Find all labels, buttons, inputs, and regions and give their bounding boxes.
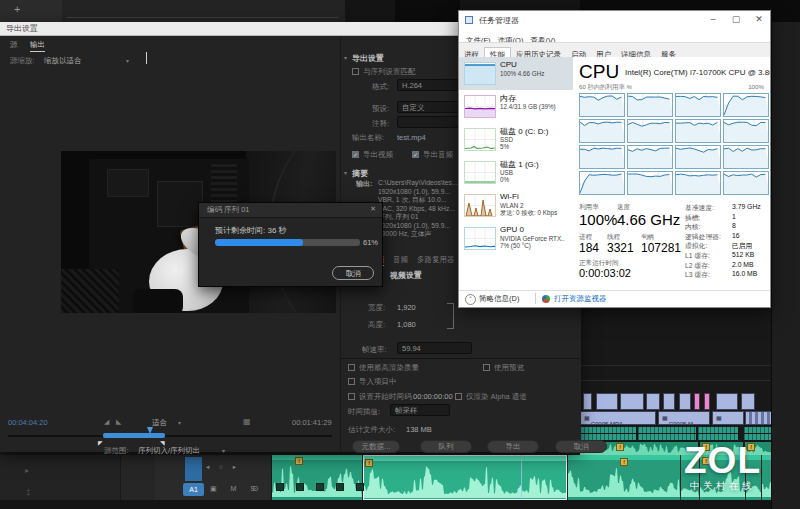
close-button[interactable]: ✕ (748, 11, 770, 27)
spec-label: 插槽: (685, 213, 700, 223)
video-clip[interactable] (741, 393, 755, 410)
start-timecode-checkbox[interactable] (348, 393, 355, 400)
open-resource-monitor-link[interactable]: 打开资源监视器 (554, 294, 607, 304)
output-name-link[interactable]: test.mp4 (397, 133, 426, 142)
out-point-icon[interactable]: ◣ (116, 418, 121, 426)
audio-clip-selected[interactable] (363, 455, 567, 500)
scrubber-track[interactable] (8, 435, 332, 437)
scrubber-work-area[interactable] (103, 433, 165, 438)
video-clip[interactable] (583, 393, 592, 410)
height-label: 高度: (368, 320, 385, 330)
use-previews-checkbox[interactable] (483, 364, 490, 371)
tm-sidebar-磁盘-0-(C:-D:)[interactable]: 磁盘 0 (C: D:)SSD5% (459, 123, 573, 156)
cancel-export-button[interactable]: 取消 (555, 440, 607, 453)
tm-titlebar[interactable]: 任务管理器 –▢✕ (459, 11, 770, 29)
match-sequence-checkbox[interactable] (352, 68, 359, 75)
video-clip[interactable] (704, 393, 710, 410)
progress-dialog-titlebar[interactable]: 编码 序列 01 (199, 203, 382, 218)
source-scaling-select[interactable]: 缩放以适合 (44, 56, 82, 66)
video-clip[interactable] (694, 393, 700, 410)
audio-sub-clip[interactable] (580, 427, 636, 433)
chevron-down-icon[interactable]: ▾ (344, 54, 347, 61)
export-tab-多路复用器[interactable]: 多路复用器 (417, 255, 455, 264)
tm-sidebar: CPU100% 4.66 GHz内存12.4/31.9 GB (39%)磁盘 0… (459, 57, 573, 291)
tm-sidebar-GPU-0[interactable]: GPU 0NVIDIA GeForce RTX..7% (50 °C) (459, 222, 573, 255)
video-clip[interactable] (679, 393, 691, 410)
interpolation-select[interactable]: 帧采样 (390, 404, 450, 416)
minimize-button[interactable]: – (702, 11, 724, 27)
import-project-checkbox[interactable] (348, 378, 355, 385)
fx-badge: f (295, 457, 303, 465)
in-point-icon[interactable]: ◢ (104, 418, 109, 426)
preview-timecode-current[interactable]: 00:04:04:20 (8, 418, 48, 427)
video-clip[interactable] (596, 393, 618, 410)
export-tab-音频[interactable]: 音频 (393, 255, 408, 264)
queue-button[interactable]: 队列 (420, 440, 472, 453)
tab-output[interactable]: 输出 (30, 40, 45, 52)
output-name-label: 输出名称: (352, 133, 384, 143)
metadata-button[interactable]: 元数据... (352, 440, 400, 453)
fewer-details-button[interactable]: 简略信息(D) (479, 294, 519, 304)
gpu-mini-graph (464, 227, 494, 248)
maximize-button[interactable]: ▢ (725, 11, 747, 27)
export-audio-label: 导出音频 (423, 150, 453, 160)
sidebar-item-detail: WLAN 2 (500, 202, 523, 209)
tab-source[interactable]: 源 (10, 40, 18, 50)
chevron-down-icon: ▾ (178, 419, 181, 426)
width-value[interactable]: 1,920 (397, 303, 416, 312)
max-quality-checkbox[interactable] (348, 364, 355, 371)
export-video-checkbox[interactable]: ✓ (352, 151, 359, 158)
chevron-down-icon[interactable]: ▾ (344, 169, 347, 176)
panel-block (62, 0, 345, 22)
audio-sub-clip[interactable] (744, 427, 772, 433)
clip-marker-badge (316, 483, 324, 491)
video-clip[interactable] (663, 393, 675, 410)
audio-clip-header (364, 456, 566, 461)
video-clip[interactable] (646, 393, 660, 410)
tm-sidebar-CPU[interactable]: CPU100% 4.66 GHz (459, 57, 573, 90)
audio-sub-clip[interactable] (638, 427, 696, 433)
link-dimensions-bracket[interactable] (447, 303, 454, 329)
speed-value: 4.66 GHz (617, 211, 680, 228)
audio-sub-clip[interactable] (698, 427, 738, 433)
start-timecode-value[interactable]: 00:00:00:00 (413, 392, 453, 401)
summary-output-line: C:\Users\Ray\Videos\tes... (378, 179, 458, 188)
preset-label: 预设: (372, 104, 389, 114)
sidebar-item-detail: USB (500, 169, 513, 176)
max-quality-label: 使用最高渲染质量 (359, 363, 419, 373)
core-graph-6 (675, 119, 721, 143)
mem-mini-graph (464, 95, 494, 116)
spec-value: 3.79 GHz (732, 203, 761, 210)
zol-watermark: ZOL 中关村在线 (684, 444, 761, 493)
use-previews-label: 使用预览 (494, 363, 524, 373)
video-clip-labeled[interactable]: ▦C0005.MP4 (580, 411, 656, 425)
mobo-heatsink (107, 169, 149, 197)
export-button[interactable]: 导出 (487, 440, 539, 453)
fx-badge: f (620, 458, 628, 466)
text-caret (146, 52, 147, 64)
settings-grid-icon[interactable]: ▦ (243, 417, 251, 426)
chevron-down-icon: ▾ (126, 57, 129, 64)
sidebar-item-detail: 12.4/31.9 GB (39%) (500, 103, 556, 110)
height-value[interactable]: 1,080 (397, 320, 416, 329)
tm-sidebar-内存[interactable]: 内存12.4/31.9 GB (39%) (459, 90, 573, 123)
zoom-fit-select[interactable]: 适合 (152, 418, 167, 428)
video-clip-labeled[interactable]: ▦C0005.M (658, 411, 710, 425)
zol-subtitle: 中关村在线 (684, 480, 761, 493)
tm-sidebar-磁盘-1-(G:)[interactable]: 磁盘 1 (G:)USB0% (459, 156, 573, 189)
video-clip-labeled[interactable] (745, 411, 772, 425)
plus-icon[interactable]: + (14, 3, 20, 15)
export-audio-checkbox[interactable]: ✓ (412, 151, 419, 158)
close-icon[interactable]: ✕ (370, 205, 376, 213)
video-clip[interactable] (716, 393, 738, 410)
film-icon: ▦ (662, 414, 668, 421)
cancel-button[interactable]: 取消 (332, 266, 374, 280)
framerate-select[interactable]: 59.94 (397, 342, 472, 354)
timeline-playhead-line[interactable] (521, 455, 522, 500)
render-alpha-checkbox[interactable] (455, 393, 462, 400)
clip-marker-badge (276, 483, 284, 491)
video-clip-labeled[interactable]: ▦C0005.MP (712, 411, 744, 425)
audio-clip[interactable] (272, 455, 362, 500)
video-clip[interactable] (620, 393, 644, 410)
tm-sidebar-Wi-Fi[interactable]: Wi-FiWLAN 2发送: 0 接收: 0 Kbps (459, 189, 573, 222)
